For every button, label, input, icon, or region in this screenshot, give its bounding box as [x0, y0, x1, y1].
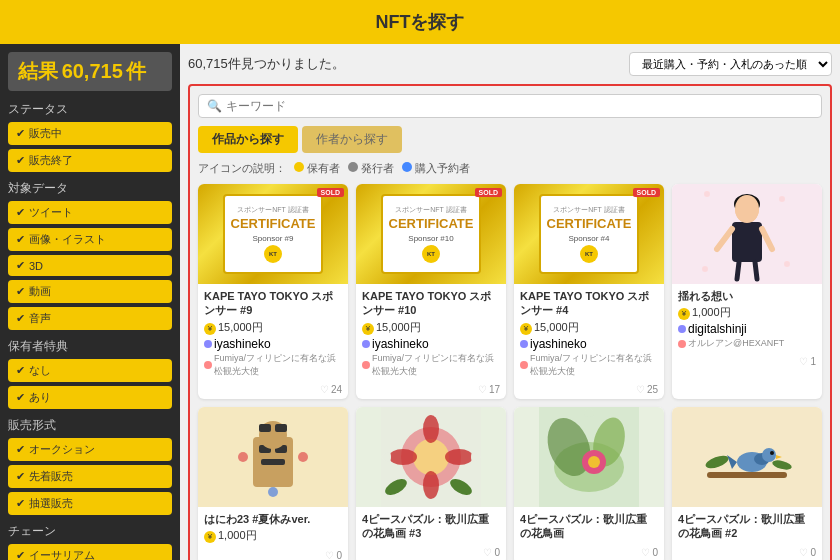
nft-author2-3: Fumiya/フィリピンに有名な浜松観光大使 — [520, 352, 658, 378]
nft-image-7 — [514, 407, 664, 507]
cert-title-3: CERTIFICATE — [547, 217, 632, 231]
svg-rect-40 — [707, 472, 787, 478]
tab-by-author[interactable]: 作者から探す — [302, 126, 402, 153]
filter-on-sale[interactable]: ✔ 販売中 — [8, 122, 172, 145]
tab-by-work[interactable]: 作品から探す — [198, 126, 298, 153]
nft-card-2[interactable]: SOLD スポンサーNFT 認証書 CERTIFICATE Sponsor #1… — [356, 184, 506, 399]
nft-price-5: ¥1,000円 — [204, 528, 342, 543]
filter-image[interactable]: ✔ 画像・イラスト — [8, 228, 172, 251]
nft-price-2: ¥15,000円 — [362, 320, 500, 335]
nft-card-1[interactable]: SOLD スポンサーNFT 認証書 CERTIFICATE Sponsor #9… — [198, 184, 348, 399]
results-unit: 件 — [126, 60, 146, 82]
nft-title-3: KAPE TAYO TOKYO スポンサー #4 — [520, 289, 658, 318]
cert-title-2: CERTIFICATE — [389, 217, 474, 231]
svg-point-43 — [762, 448, 776, 462]
filter-auction[interactable]: ✔ オークション — [8, 438, 172, 461]
likes-1: 24 — [331, 384, 342, 395]
search-input[interactable] — [226, 99, 813, 113]
cert-inner-1: スポンサーNFT 認証書 CERTIFICATE Sponsor #9 KT — [223, 194, 324, 274]
nft-author1-4: digitalshinji — [678, 322, 816, 336]
filter-benefit-yes[interactable]: ✔ あり — [8, 386, 172, 409]
nft-title-8: 4ピースパズル：歌川広重の花鳥画 #2 — [678, 512, 816, 541]
nft-image-4 — [672, 184, 822, 284]
filter-3d[interactable]: ✔ 3D — [8, 255, 172, 276]
nft-image-2: SOLD スポンサーNFT 認証書 CERTIFICATE Sponsor #1… — [356, 184, 506, 284]
flower-svg-6 — [381, 407, 481, 507]
filter-tweet[interactable]: ✔ ツイート — [8, 201, 172, 224]
nft-card-5[interactable]: はにわ23 #夏休みver. ¥1,000円 ♡ 0 — [198, 407, 348, 560]
cert-inner-3: スポンサーNFT 認証書 CERTIFICATE Sponsor #4 KT — [539, 194, 640, 274]
nft-info-4: 揺れる想い ¥1,000円 digitalshinji オルレアン@HEXANF… — [672, 284, 822, 356]
svg-point-28 — [423, 471, 439, 499]
heart-icon-4: ♡ — [799, 356, 808, 367]
section-status-title: ステータス — [8, 101, 172, 118]
nft-author2-2: Fumiya/フィリピンに有名な浜松観光大使 — [362, 352, 500, 378]
author-dot-4b — [678, 340, 686, 348]
nft-author1-2: iyashineko — [362, 337, 500, 351]
svg-point-29 — [389, 449, 417, 465]
nft-card-8[interactable]: 4ピースパズル：歌川広重の花鳥画 #2 ♡ 0 — [672, 407, 822, 560]
heart-icon-6: ♡ — [483, 547, 492, 558]
likes-3: 25 — [647, 384, 658, 395]
svg-rect-19 — [259, 424, 271, 432]
search-icon: 🔍 — [207, 99, 222, 113]
nft-footer-6: ♡ 0 — [356, 547, 506, 560]
filter-ethereum[interactable]: ✔ イーサリアム — [8, 544, 172, 560]
section-sale-title: 販売形式 — [8, 417, 172, 434]
results-badge: 結果 60,715 件 — [8, 52, 172, 91]
search-bar: 🔍 — [198, 94, 822, 118]
svg-rect-20 — [275, 424, 287, 432]
filter-video[interactable]: ✔ 動画 — [8, 280, 172, 303]
cert-title-1: CERTIFICATE — [231, 217, 316, 231]
heart-icon-7: ♡ — [641, 547, 650, 558]
section-benefit-title: 保有者特典 — [8, 338, 172, 355]
illust-svg-4 — [697, 184, 797, 284]
results-count: 60,715 — [62, 60, 123, 82]
sort-select[interactable]: 最近購入・予約・入札のあった順 — [629, 52, 832, 76]
nft-footer-8: ♡ 0 — [672, 547, 822, 560]
filter-sold-out[interactable]: ✔ 販売終了 — [8, 149, 172, 172]
nft-author2-4: オルレアン@HEXANFT — [678, 337, 816, 350]
nft-footer-2: ♡ 17 — [356, 384, 506, 399]
nft-price-3: ¥15,000円 — [520, 320, 658, 335]
nft-footer-1: ♡ 24 — [198, 384, 348, 399]
header-title: NFTを探す — [376, 12, 465, 32]
svg-point-30 — [445, 449, 473, 465]
nft-card-3[interactable]: SOLD スポンサーNFT 認証書 CERTIFICATE Sponsor #4… — [514, 184, 664, 399]
nft-info-3: KAPE TAYO TOKYO スポンサー #4 ¥15,000円 iyashi… — [514, 284, 664, 384]
svg-rect-17 — [261, 459, 285, 465]
svg-point-8 — [735, 195, 759, 223]
nft-title-7: 4ピースパズル：歌川広重の花鳥画 — [520, 512, 658, 541]
haniwa-svg — [223, 407, 323, 507]
heart-icon-1: ♡ — [320, 384, 329, 395]
nft-card-4[interactable]: 揺れる想い ¥1,000円 digitalshinji オルレアン@HEXANF… — [672, 184, 822, 399]
filter-audio[interactable]: ✔ 音声 — [8, 307, 172, 330]
legend-label: アイコンの説明： — [198, 161, 286, 176]
nft-image-5 — [198, 407, 348, 507]
filter-first-come[interactable]: ✔ 先着販売 — [8, 465, 172, 488]
legend-holder: 保有者 — [294, 161, 340, 176]
nft-author2-1: Fumiya/フィリピンに有名な浜松観光大使 — [204, 352, 342, 378]
nft-grid: SOLD スポンサーNFT 認証書 CERTIFICATE Sponsor #9… — [198, 184, 822, 560]
svg-line-5 — [737, 262, 739, 279]
filter-none[interactable]: ✔ なし — [8, 359, 172, 382]
page-header: NFTを探す — [0, 0, 840, 44]
svg-point-11 — [784, 261, 790, 267]
legend: アイコンの説明： 保有者 発行者 購入予約者 — [198, 161, 822, 176]
nft-footer-4: ♡ 1 — [672, 356, 822, 371]
main-layout: 結果 60,715 件 ステータス ✔ 販売中 ✔ 販売終了 対象データ ✔ ツ… — [0, 44, 840, 560]
legend-buyer: 購入予約者 — [402, 161, 470, 176]
likes-5: 0 — [336, 550, 342, 560]
nft-card-6[interactable]: 4ピースパズル：歌川広重の花鳥画 #3 ♡ 0 — [356, 407, 506, 560]
likes-7: 0 — [652, 547, 658, 558]
nft-card-7[interactable]: 4ピースパズル：歌川広重の花鳥画 ♡ 0 — [514, 407, 664, 560]
nft-title-5: はにわ23 #夏休みver. — [204, 512, 342, 526]
filter-lottery[interactable]: ✔ 抽選販売 — [8, 492, 172, 515]
nft-title-2: KAPE TAYO TOKYO スポンサー #10 — [362, 289, 500, 318]
svg-line-6 — [755, 262, 757, 279]
sold-badge-3: SOLD — [633, 188, 660, 197]
sold-badge-1: SOLD — [317, 188, 344, 197]
bird-svg-8 — [697, 407, 797, 507]
nft-image-1: SOLD スポンサーNFT 認証書 CERTIFICATE Sponsor #9… — [198, 184, 348, 284]
svg-point-12 — [702, 266, 708, 272]
